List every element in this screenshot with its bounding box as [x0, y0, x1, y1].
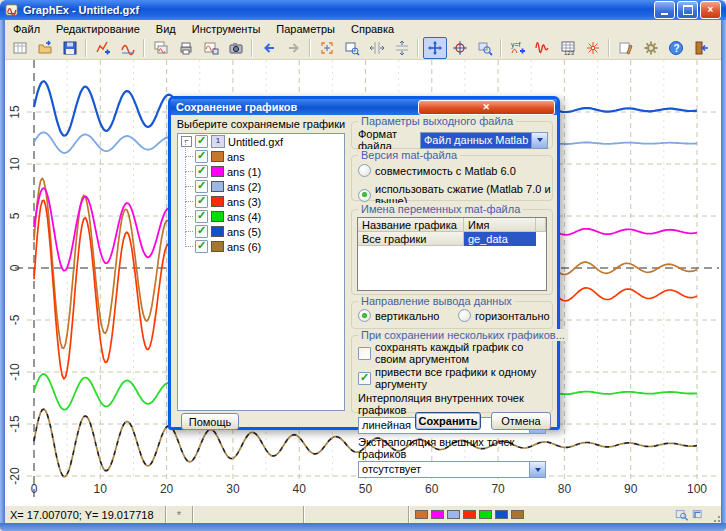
- v-scale-icon: [394, 40, 410, 56]
- radio-vertical[interactable]: вертикально: [358, 309, 454, 322]
- chevron-down-icon[interactable]: [531, 133, 547, 148]
- damped-wave-button[interactable]: [531, 37, 555, 59]
- graphs-tree[interactable]: −1Untitled.gxfansans (1)ans (2)ans (3)an…: [177, 133, 345, 411]
- back-arrow-button[interactable]: [257, 37, 281, 59]
- camera-icon: [228, 40, 244, 56]
- svg-text:40: 40: [293, 482, 307, 496]
- add-function-icon: y=f: [510, 40, 526, 56]
- open-file-button[interactable]: [33, 37, 57, 59]
- status-series-color: [431, 510, 444, 519]
- title-bar[interactable]: GraphEx - Untitled.gxf ×: [0, 0, 726, 20]
- menu-item-1[interactable]: Файл: [5, 22, 48, 36]
- window-title: GraphEx - Untitled.gxf: [23, 4, 654, 16]
- export-image-button[interactable]: [199, 37, 223, 59]
- note-edit-button[interactable]: [614, 37, 638, 59]
- series-color-swatch: [211, 196, 224, 207]
- help-button[interactable]: Помощь: [181, 413, 239, 430]
- new-table-button[interactable]: [8, 37, 32, 59]
- radio-horizontal[interactable]: горизонтально: [458, 309, 550, 322]
- data-grid-button[interactable]: 123: [556, 37, 580, 59]
- svg-text:0: 0: [8, 264, 22, 271]
- exit-door-button[interactable]: [689, 37, 713, 59]
- menu-item-6[interactable]: Справка: [343, 22, 402, 36]
- crosshair-target-button[interactable]: [448, 37, 472, 59]
- file-format-combobox[interactable]: Файл данных Matlab: [420, 132, 548, 149]
- tree-item-checkbox[interactable]: [195, 150, 208, 163]
- cancel-button[interactable]: Отмена: [491, 412, 551, 430]
- radio-vertical-icon[interactable]: [358, 309, 371, 322]
- v-scale-button[interactable]: [390, 37, 414, 59]
- copy-image-button[interactable]: [149, 37, 173, 59]
- h-scale-icon: [369, 40, 385, 56]
- radio-matlab6-icon[interactable]: [358, 164, 371, 177]
- status-zoom-y-icon[interactable]: [691, 508, 706, 522]
- tree-item-1[interactable]: ans: [192, 149, 344, 164]
- series-color-swatch: [211, 226, 224, 237]
- export-image-icon: [203, 40, 219, 56]
- status-zoom-x-icon[interactable]: [674, 508, 689, 522]
- tree-item-checkbox[interactable]: [195, 180, 208, 193]
- toolbar-separator: [143, 39, 145, 57]
- tree-item-5[interactable]: ans (4): [192, 209, 344, 224]
- window-border-left: [0, 20, 5, 523]
- tree-item-4[interactable]: ans (3): [192, 194, 344, 209]
- dialog-close-icon[interactable]: ✕: [418, 100, 555, 115]
- menu-item-2[interactable]: Редактирование: [48, 22, 148, 36]
- radio-horizontal-icon[interactable]: [458, 309, 471, 322]
- radio-matlab7-icon[interactable]: [358, 189, 371, 202]
- menu-item-5[interactable]: Параметры: [268, 22, 343, 36]
- menu-item-3[interactable]: Вид: [148, 22, 184, 36]
- svg-text:-15: -15: [8, 415, 22, 433]
- svg-text:10: 10: [8, 157, 22, 171]
- maximize-button[interactable]: [677, 1, 698, 19]
- print-button[interactable]: [174, 37, 198, 59]
- zoom-select-button[interactable]: [473, 37, 497, 59]
- extrap-combobox[interactable]: отсутствует: [358, 461, 546, 478]
- checkbox-common-argument-label: привести все графики к одному аргументу: [375, 366, 546, 390]
- tree-root-row[interactable]: −1Untitled.gxf: [178, 134, 344, 149]
- save-button[interactable]: Сохранить: [415, 412, 481, 430]
- tree-item-6[interactable]: ans (5): [192, 224, 344, 239]
- checkbox-common-argument[interactable]: привести все графики к одному аргументу: [358, 366, 546, 390]
- chevron-down-icon[interactable]: [529, 462, 545, 477]
- resize-grip[interactable]: [708, 506, 721, 523]
- coords-readout: X= 17.007070; Y= 19.017718: [5, 506, 166, 523]
- add-function-button[interactable]: y=f: [506, 37, 530, 59]
- close-button[interactable]: ×: [700, 1, 721, 19]
- camera-button[interactable]: [224, 37, 248, 59]
- zoom-window-button[interactable]: [340, 37, 364, 59]
- tree-item-2[interactable]: ans (1): [192, 164, 344, 179]
- svg-text:5: 5: [8, 212, 22, 219]
- help-button[interactable]: ?: [664, 37, 688, 59]
- checkbox-common-argument-icon[interactable]: [358, 372, 371, 385]
- edit-curve-button[interactable]: [116, 37, 140, 59]
- tree-item-7[interactable]: ans (6): [192, 239, 344, 254]
- menu-item-4[interactable]: Инструменты: [184, 22, 269, 36]
- settings-gear-button[interactable]: [639, 37, 663, 59]
- checkbox-own-argument-icon[interactable]: [358, 347, 371, 360]
- root-checkbox[interactable]: [195, 135, 208, 148]
- point-flash-button[interactable]: [581, 37, 605, 59]
- tree-item-checkbox[interactable]: [195, 195, 208, 208]
- svg-text:30: 30: [226, 482, 240, 496]
- zoom-extents-button[interactable]: [315, 37, 339, 59]
- forward-arrow-button[interactable]: [282, 37, 306, 59]
- tree-item-3[interactable]: ans (2): [192, 179, 344, 194]
- pan-crosshair-button[interactable]: [423, 37, 447, 59]
- tree-item-checkbox[interactable]: [195, 165, 208, 178]
- extrap-value: отсутствует: [359, 462, 529, 477]
- cell-var-value[interactable]: ge_data: [464, 232, 536, 246]
- tree-item-checkbox[interactable]: [195, 225, 208, 238]
- add-graph-button[interactable]: [91, 37, 115, 59]
- minimize-button[interactable]: [654, 1, 675, 19]
- checkbox-own-argument[interactable]: сохранять каждый график со своим аргумен…: [358, 341, 546, 365]
- h-scale-button[interactable]: [365, 37, 389, 59]
- table-row[interactable]: Все графики ge_data: [358, 232, 546, 246]
- svg-text:80: 80: [558, 482, 572, 496]
- save-file-button[interactable]: [58, 37, 82, 59]
- dialog-title-bar[interactable]: Сохранение графиков ✕: [171, 99, 557, 115]
- tree-item-checkbox[interactable]: [195, 210, 208, 223]
- radio-matlab6[interactable]: совместимость с Matlab 6.0: [358, 164, 552, 177]
- tree-item-checkbox[interactable]: [195, 240, 208, 253]
- save-graphs-dialog: Сохранение графиков ✕ Выберите сохраняем…: [168, 96, 560, 430]
